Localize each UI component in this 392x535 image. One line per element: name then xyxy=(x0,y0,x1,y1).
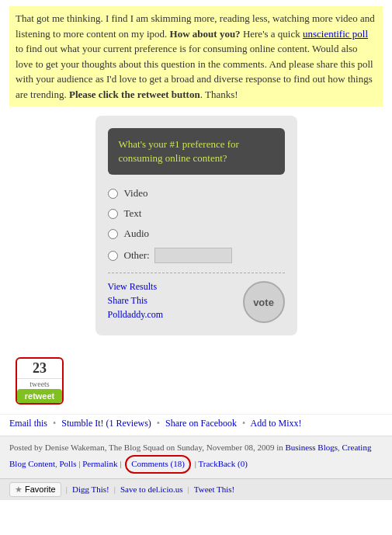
facebook-link[interactable]: Share on Facebook xyxy=(165,418,237,429)
main-content: That got me thinking. I find I am skimmi… xyxy=(0,0,392,351)
poll-options-list: Video Text Audio Other: xyxy=(108,187,285,263)
intro-text-4: . Thanks! xyxy=(200,89,238,100)
bottom-bar: ★ Favorite | Digg This! | Save to del.ic… xyxy=(0,478,392,500)
star-icon: ★ xyxy=(15,485,23,495)
polldaddy-link[interactable]: Polldaddy.com xyxy=(108,309,164,321)
tweet-this-link[interactable]: Tweet This! xyxy=(194,485,235,494)
poll-option-other: Other: xyxy=(108,248,285,263)
poll-links: View Results Share This Polldaddy.com xyxy=(108,281,164,323)
post-meta: Posted by Denise Wakeman, The Blog Squad… xyxy=(0,436,392,478)
poll-option-video: Video xyxy=(108,187,285,200)
radio-video[interactable] xyxy=(108,189,118,199)
digg-link[interactable]: Digg This! xyxy=(72,485,109,494)
trackback-link[interactable]: TrackBack (0) xyxy=(198,459,247,468)
favorite-label: Favorite xyxy=(25,485,56,494)
radio-audio[interactable] xyxy=(108,229,118,239)
tweet-label: tweets xyxy=(17,378,62,389)
category-polls[interactable]: Polls xyxy=(59,459,76,468)
posted-by-text: Posted by Denise Wakeman, The Blog Squad… xyxy=(9,443,283,452)
poll-option-audio: Audio xyxy=(108,228,285,240)
other-text-input[interactable] xyxy=(154,248,232,263)
comments-link[interactable]: Comments (18) xyxy=(125,455,191,474)
poll-question: What's your #1 preference for consuming … xyxy=(108,128,285,175)
category-business[interactable]: Business Blogs xyxy=(285,443,338,452)
poll-divider xyxy=(108,273,285,273)
share-this-link[interactable]: Share This xyxy=(108,295,164,307)
label-other: Other: xyxy=(124,249,150,262)
vote-button[interactable]: vote xyxy=(243,281,285,323)
intro-text-2: Here's a quick xyxy=(243,28,303,40)
tweet-box: 23 tweets retweet xyxy=(16,357,64,405)
intro-paragraph: That got me thinking. I find I am skimmi… xyxy=(9,6,383,106)
poll-link[interactable]: unscientific poll xyxy=(303,28,368,40)
delicious-link[interactable]: Save to del.icio.us xyxy=(120,485,183,494)
tweet-count: 23 xyxy=(17,359,62,378)
poll-widget: What's your #1 preference for consuming … xyxy=(95,116,297,335)
favorite-button[interactable]: ★ Favorite xyxy=(9,482,61,497)
label-text: Text xyxy=(124,207,142,220)
retweet-button[interactable]: retweet xyxy=(17,389,62,403)
view-results-link[interactable]: View Results xyxy=(108,281,164,293)
intro-bold-1: How about you? xyxy=(170,28,241,40)
label-audio: Audio xyxy=(124,228,150,240)
radio-text[interactable] xyxy=(108,209,118,219)
radio-other[interactable] xyxy=(108,251,118,261)
stumble-link[interactable]: Stumble It! (1 Reviews) xyxy=(61,418,151,429)
label-video: Video xyxy=(124,187,148,200)
poll-footer: View Results Share This Polldaddy.com vo… xyxy=(108,281,285,323)
tweet-area: 23 tweets retweet xyxy=(0,351,392,411)
email-this-link[interactable]: Email this xyxy=(9,418,47,429)
mixx-link[interactable]: Add to Mixx! xyxy=(251,418,302,429)
poll-option-text: Text xyxy=(108,207,285,220)
share-links-bar: Email this • Stumble It! (1 Reviews) • S… xyxy=(0,414,392,436)
permalink-link[interactable]: Permalink xyxy=(82,459,117,468)
intro-bold-2: Please click the retweet button xyxy=(69,89,200,100)
